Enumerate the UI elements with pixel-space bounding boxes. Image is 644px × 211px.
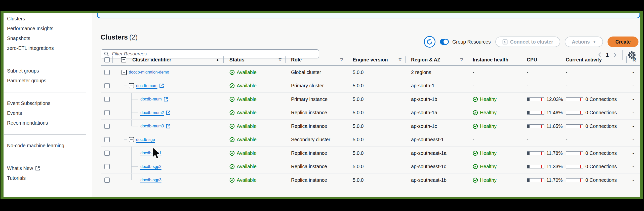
cluster-link[interactable]: docdb-sgp3 xyxy=(140,178,162,182)
cluster-link[interactable]: docdb-mum3 xyxy=(140,124,164,128)
instance-health-cell: Healthy xyxy=(467,150,521,156)
status-available-icon xyxy=(229,178,235,183)
status-available-icon xyxy=(229,151,235,156)
cluster-link[interactable]: docdb-sgp xyxy=(136,137,155,142)
instance-health-cell: - xyxy=(467,83,521,89)
sidebar-item-tutorials[interactable]: Tutorials xyxy=(4,173,92,183)
row-checkbox[interactable] xyxy=(104,164,110,169)
column-label: Instance health xyxy=(473,57,508,63)
cluster-link[interactable]: docdb-mum xyxy=(140,97,162,101)
row-checkbox[interactable] xyxy=(104,124,110,129)
row-checkbox[interactable] xyxy=(104,97,110,102)
bar-value: 0 Connections xyxy=(585,96,617,102)
sidebar-item-zero-etl-integrations[interactable]: zero-ETL integrations xyxy=(4,43,92,53)
table-row: docdb-sgpAvailableSecondary cluster5.0.0… xyxy=(101,133,640,147)
connect-to-cluster-button[interactable]: Connect to cluster xyxy=(495,37,560,47)
create-button[interactable]: Create xyxy=(608,37,638,47)
column-header-status[interactable]: Status▽ xyxy=(223,54,285,65)
collapse-row-icon[interactable] xyxy=(129,137,134,142)
column-header-current-activity[interactable]: Current activity xyxy=(560,54,626,65)
engine-version-cell: 5.0.0 xyxy=(347,83,405,89)
status-cell: Available xyxy=(223,83,285,89)
instance-health-cell: - xyxy=(467,69,521,75)
row-checkbox[interactable] xyxy=(104,70,110,75)
sort-ascending-icon[interactable]: ▲ xyxy=(216,58,219,62)
filter-icon[interactable]: ▽ xyxy=(398,57,401,62)
sidebar-item-clusters[interactable]: Clusters xyxy=(4,14,92,24)
row-select-cell xyxy=(101,133,112,147)
sidebar-item-recommendations[interactable]: Recommendations xyxy=(4,118,92,128)
column-header-r[interactable]: R xyxy=(626,54,640,65)
table-row: docdb-mumAvailablePrimary cluster5.0.0ap… xyxy=(101,79,640,93)
refresh-button[interactable] xyxy=(424,36,435,48)
sidebar-item-label: Tutorials xyxy=(7,175,26,181)
cluster-link[interactable]: docdb-mum xyxy=(136,84,157,88)
region-az-cell: ap-southeast-1c xyxy=(405,164,467,169)
status-label: Available xyxy=(237,164,257,169)
filter-icon[interactable]: ▽ xyxy=(278,57,281,62)
row-checkbox[interactable] xyxy=(104,83,110,88)
external-link-icon xyxy=(164,97,168,102)
recent-cell: - xyxy=(626,164,640,169)
bar-value: 0 Connections xyxy=(585,150,617,156)
sidebar-item-what-s-new[interactable]: What's New xyxy=(4,163,92,173)
empty-value: - xyxy=(527,69,529,75)
cluster-link[interactable]: docdb-sgp1 xyxy=(140,151,162,155)
cpu-cell: 11.78% xyxy=(521,150,560,156)
toggle-knob xyxy=(444,40,448,44)
sidebar-item-snapshots[interactable]: Snapshots xyxy=(4,33,92,43)
column-header-region-az[interactable]: Region & AZ▽ xyxy=(405,54,467,65)
region-az-cell: 2 regions xyxy=(405,69,467,75)
empty-value: - xyxy=(527,83,529,89)
external-link-icon xyxy=(166,110,171,115)
role-cell: Replica instance xyxy=(285,110,347,116)
cluster-link[interactable]: docdb-mum2 xyxy=(140,111,164,115)
column-header-cpu[interactable]: CPU xyxy=(521,54,560,65)
health-label: Healthy xyxy=(480,164,497,169)
engine-version-cell: 5.0.0 xyxy=(347,110,405,116)
actions-button[interactable]: Actions ▼ xyxy=(565,37,603,47)
collapse-all-icon[interactable] xyxy=(121,57,126,62)
role-cell: Primary cluster xyxy=(285,83,347,89)
filter-icon[interactable]: ▽ xyxy=(340,57,343,62)
sidebar-item-events[interactable]: Events xyxy=(4,108,92,118)
health-label: Healthy xyxy=(480,177,497,183)
cluster-link[interactable]: docdb-migration-demo xyxy=(129,70,169,75)
sidebar-item-event-subscriptions[interactable]: Event Subscriptions xyxy=(4,98,92,108)
select-all-checkbox[interactable] xyxy=(104,57,110,62)
role-cell: Global cluster xyxy=(285,69,347,75)
column-header-cluster-identifier[interactable]: Cluster identifier ▲ xyxy=(112,54,223,65)
sidebar-item-no-code-machine-learning[interactable]: No-code machine learning xyxy=(4,141,92,151)
region-az-cell: ap-southeast-1b xyxy=(405,177,467,183)
row-checkbox[interactable] xyxy=(104,110,110,115)
column-header-role[interactable]: Role▽ xyxy=(285,54,347,65)
terminal-icon xyxy=(502,39,508,45)
cpu-bar xyxy=(527,151,544,155)
sidebar-item-subnet-groups[interactable]: Subnet groups xyxy=(4,66,92,76)
cluster-link[interactable]: docdb-sgp2 xyxy=(140,164,162,169)
actions-label: Actions xyxy=(572,39,590,45)
column-header-instance-health[interactable]: Instance health xyxy=(467,54,521,65)
main-panel: Clusters(2) Group Resources xyxy=(92,13,640,197)
collapse-row-icon[interactable] xyxy=(122,70,127,75)
engine-version-cell: 5.0.0 xyxy=(347,137,405,143)
role-cell: Secondary cluster xyxy=(285,137,347,143)
column-header-engine-version[interactable]: Engine version▽ xyxy=(347,54,405,65)
cluster-identifier-cell: docdb-mum2 xyxy=(112,106,223,120)
table-row: docdb-mum3AvailableReplica instance5.0.0… xyxy=(101,120,640,133)
row-checkbox[interactable] xyxy=(104,178,110,183)
filter-icon[interactable]: ▽ xyxy=(460,57,463,62)
bar-value: 0 Connections xyxy=(585,164,617,169)
activity-bar xyxy=(566,151,583,155)
collapse-row-icon[interactable] xyxy=(129,83,134,88)
sidebar-item-parameter-groups[interactable]: Parameter groups xyxy=(4,76,92,86)
sidebar-item-performance-insights[interactable]: Performance Insights xyxy=(4,24,92,33)
cluster-identifier-cell: docdb-mum xyxy=(112,93,223,106)
row-checkbox[interactable] xyxy=(104,137,110,142)
recent-cell: - xyxy=(626,110,640,116)
table-header: Cluster identifier ▲ Status▽ Role▽ Engin… xyxy=(101,54,640,66)
health-healthy-icon xyxy=(473,151,478,156)
group-resources-toggle[interactable] xyxy=(440,39,449,45)
row-select-cell xyxy=(101,93,112,106)
row-checkbox[interactable] xyxy=(104,151,110,156)
